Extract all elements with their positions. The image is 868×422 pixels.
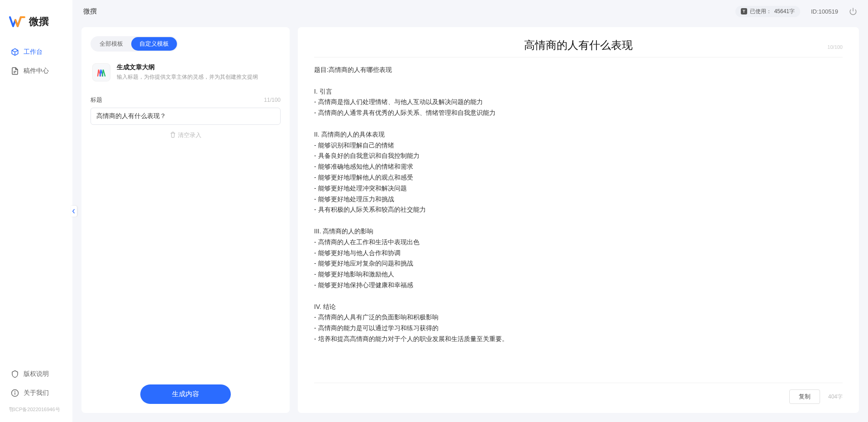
template-card[interactable]: 生成文章大纲 输入标题，为你提供文章主体的灵感，并为其创建推文提纲 <box>91 60 281 90</box>
icp-text: 鄂ICP备2022016946号 <box>0 403 72 413</box>
nav-label: 版权说明 <box>24 370 49 378</box>
template-desc: 输入标题，为你提供文章主体的灵感，并为其创建推文提纲 <box>117 73 279 81</box>
svg-point-2 <box>15 391 15 392</box>
doc-body[interactable]: 题目:高情商的人有哪些表现 I. 引言 - 高情商是指人们处理情绪、与他人互动以… <box>314 65 843 378</box>
sidebar-item-about[interactable]: 关于我们 <box>5 384 68 402</box>
template-tabs: 全部模板 自定义模板 <box>91 36 178 52</box>
logo-text: 微撰 <box>29 15 49 28</box>
sidebar-item-copyright[interactable]: 版权说明 <box>5 365 68 383</box>
generate-button[interactable]: 生成内容 <box>140 384 231 404</box>
trash-icon <box>170 132 176 139</box>
template-icon <box>92 63 110 81</box>
cube-icon <box>11 48 19 56</box>
topbar: 微撰 T 已使用：45641字 ID:100519 <box>72 0 868 23</box>
sidebar-item-workspace[interactable]: 工作台 <box>5 43 68 61</box>
tab-custom-templates[interactable]: 自定义模板 <box>131 37 177 51</box>
sidebar: 微撰 工作台 稿件中心 版权说明 <box>0 0 72 422</box>
sidebar-item-drafts[interactable]: 稿件中心 <box>5 62 68 80</box>
usage-prefix: 已使用： <box>750 8 772 15</box>
clear-button[interactable]: 清空录入 <box>91 125 281 146</box>
copy-button[interactable]: 复制 <box>789 389 820 404</box>
template-title: 生成文章大纲 <box>117 63 279 71</box>
main: 微撰 T 已使用：45641字 ID:100519 全部模板 自定义模板 <box>72 0 868 422</box>
word-count: 404字 <box>828 393 843 401</box>
user-id: ID:100519 <box>811 8 838 15</box>
logo-icon <box>9 14 25 30</box>
sidebar-footer: 版权说明 关于我们 <box>0 365 72 403</box>
text-icon: T <box>741 8 747 14</box>
power-icon[interactable] <box>849 7 857 15</box>
usage-badge[interactable]: T 已使用：45641字 <box>735 6 800 17</box>
doc-title-count: 10/100 <box>820 44 843 50</box>
usage-value: 45641字 <box>774 8 795 15</box>
doc-icon <box>11 67 19 75</box>
sidebar-collapse-toggle[interactable] <box>71 206 77 217</box>
nav: 工作台 稿件中心 <box>0 43 72 365</box>
doc-title[interactable]: 高情商的人有什么表现 <box>337 38 820 52</box>
title-label: 标题 <box>91 96 102 104</box>
title-char-count: 11/100 <box>264 97 281 103</box>
tab-all-templates[interactable]: 全部模板 <box>91 37 131 51</box>
title-form-group: 标题 11/100 <box>91 96 281 125</box>
nav-label: 关于我们 <box>24 389 49 397</box>
content: 全部模板 自定义模板 生成文章大纲 输入标题，为你提供文章主体的灵感，并为其创建… <box>72 23 868 422</box>
left-panel: 全部模板 自定义模板 生成文章大纲 输入标题，为你提供文章主体的灵感，并为其创建… <box>81 27 290 413</box>
page-title: 微撰 <box>83 7 97 16</box>
nav-label: 工作台 <box>24 48 43 56</box>
nav-label: 稿件中心 <box>24 67 49 75</box>
info-icon <box>11 389 19 397</box>
shield-icon <box>11 370 19 378</box>
logo[interactable]: 微撰 <box>0 9 72 43</box>
clear-label: 清空录入 <box>178 131 201 139</box>
right-panel: 高情商的人有什么表现 10/100 题目:高情商的人有哪些表现 I. 引言 - … <box>298 27 859 413</box>
title-input[interactable] <box>91 108 281 125</box>
